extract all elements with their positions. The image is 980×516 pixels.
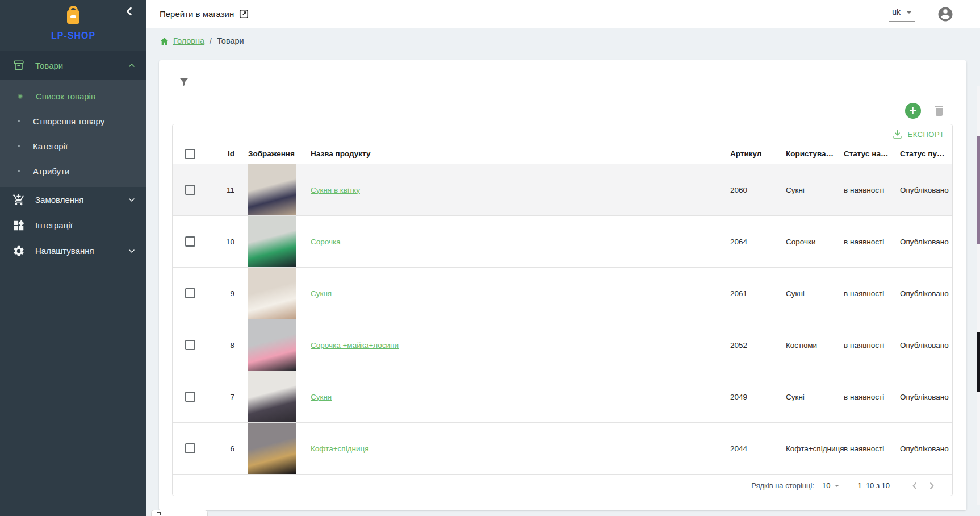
window-edge-artifact [977,86,980,505]
column-header-id[interactable]: id [201,149,234,158]
sidebar-nav: Товари Список товарів Створення товару К… [0,51,146,264]
cell-publish-status: Опубліковано [900,186,952,194]
cell-id: 11 [201,186,234,194]
cell-sku: 2049 [730,393,786,401]
breadcrumb: Головна / Товари [160,28,244,53]
sidebar-item-product-list[interactable]: Список товарів [0,84,146,109]
sidebar-item-attributes[interactable]: Атрибути [0,159,146,184]
go-to-store-link[interactable]: Перейти в магазин [160,9,249,19]
cell-stock-status: в наявності [844,393,900,401]
delete-selected-button[interactable] [932,104,946,118]
sidebar-group-products[interactable]: Товари [0,51,146,80]
logo-text: LP-SHOP [0,31,146,41]
rows-per-page-value: 10 [822,481,830,490]
product-photo[interactable] [248,164,296,215]
chevron-up-icon [127,61,136,70]
main-area: Перейти в магазин uk [146,0,980,516]
language-select[interactable]: uk [889,6,915,22]
sidebar-group-products-label: Товари [35,61,127,70]
sidebar-item-label: Налаштування [35,246,127,256]
external-link-icon [238,9,249,19]
cell-stock-status: в наявності [844,289,900,298]
export-button[interactable]: ЕКСПОРТ [892,129,944,140]
window-edge-artifact [977,136,980,244]
sidebar-collapse-button[interactable] [123,5,136,18]
cell-category: Кофта+спідниця [786,444,844,453]
account-menu-button[interactable] [937,6,954,23]
topbar: Перейти в магазин uk [146,0,980,28]
cell-publish-status: Опубліковано [900,289,952,298]
bullet-icon [18,145,20,147]
add-product-button[interactable] [905,103,921,119]
chevron-left-icon [908,479,925,493]
column-header-publish-status[interactable]: Статус пу… [900,149,952,158]
row-checkbox[interactable] [185,236,195,247]
product-photo[interactable] [248,423,296,474]
sidebar-item-label: Атрибути [33,167,146,176]
go-to-store-label: Перейти в магазин [160,9,234,19]
products-box-icon [12,59,25,72]
sidebar-item-product-create[interactable]: Створення товару [0,109,146,134]
row-checkbox[interactable] [185,185,195,195]
sidebar-item-label: Інтеграції [35,220,136,230]
table-row: 6 Кофта+спідниця 2044 Кофта+спідниця в н… [173,423,952,475]
select-all-checkbox[interactable] [185,149,195,159]
product-name-link[interactable]: Сукня [311,289,332,298]
cell-publish-status: Опубліковано [900,238,952,246]
row-checkbox[interactable] [185,288,195,298]
chevron-down-icon [127,247,136,256]
sidebar-item-settings[interactable]: Налаштування [0,238,146,264]
bottom-left-popup[interactable] [151,510,208,516]
topbar-right: uk [889,6,966,23]
cell-stock-status: в наявності [844,186,900,194]
column-header-category[interactable]: Користува… [786,149,844,158]
cell-sku: 2052 [730,341,786,349]
sidebar-item-label: Створення товару [33,116,146,126]
window-edge-artifact [977,332,980,392]
cell-stock-status: в наявності [844,238,900,246]
caret-down-icon [906,11,912,14]
filter-funnel-icon[interactable] [178,76,190,88]
sidebar: LP-SHOP Товари Список товарів [0,0,146,516]
cell-id: 8 [201,341,234,349]
rows-per-page-select[interactable]: 10 [822,481,839,490]
chevron-down-icon [127,195,136,205]
product-name-link[interactable]: Сорочка [311,238,341,246]
sidebar-item-orders[interactable]: Замовлення [0,187,146,213]
bullet-icon [18,120,20,122]
cell-category: Сукні [786,393,844,401]
product-name-link[interactable]: Сорочка +майка+лосини [311,341,399,349]
home-icon [160,36,169,46]
cell-publish-status: Опубліковано [900,444,952,453]
cell-sku: 2044 [730,444,786,453]
product-name-link[interactable]: Сукня [311,393,332,401]
table-row: 8 Сорочка +майка+лосини 2052 Костюми в н… [173,319,952,371]
row-checkbox[interactable] [185,392,195,402]
cell-sku: 2060 [730,186,786,194]
gear-icon [12,245,25,257]
row-checkbox[interactable] [185,340,195,350]
cell-category: Сорочки [786,238,844,246]
product-photo[interactable] [248,371,296,422]
export-label: ЕКСПОРТ [908,130,944,139]
column-header-sku[interactable]: Артикул [730,149,786,158]
column-header-stock-status[interactable]: Статус на… [844,149,900,158]
cell-sku: 2064 [730,238,786,246]
next-page-button[interactable] [925,477,942,494]
sidebar-item-categories[interactable]: Категорії [0,134,146,159]
rows-per-page-label: Рядків на сторінці: [751,481,814,490]
column-header-name[interactable]: Назва продукту [311,149,730,158]
cell-category: Костюми [786,341,844,349]
product-name-link[interactable]: Сукня в квітку [311,186,360,194]
sidebar-item-integrations[interactable]: Інтеграції [0,213,146,238]
product-name-link[interactable]: Кофта+спідниця [311,444,369,453]
breadcrumb-home-link[interactable]: Головна [160,36,204,46]
product-photo[interactable] [248,268,296,319]
row-checkbox[interactable] [185,443,195,453]
previous-page-button[interactable] [908,477,925,494]
product-photo[interactable] [248,216,296,267]
bullet-icon [18,170,20,172]
cell-id: 9 [201,289,234,298]
product-photo[interactable] [248,319,296,371]
shopping-bag-logo-icon [62,5,85,27]
